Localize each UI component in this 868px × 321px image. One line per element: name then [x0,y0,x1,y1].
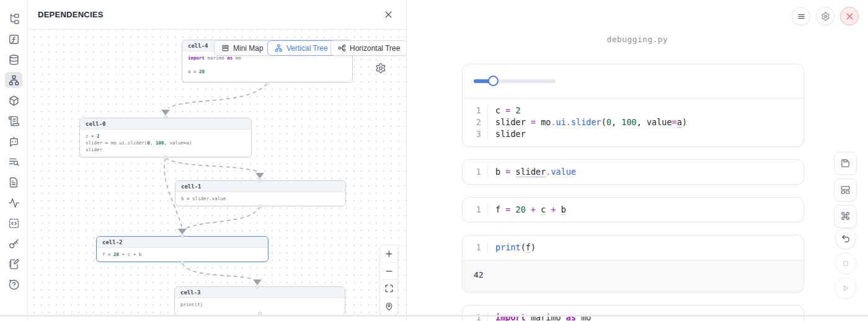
code-lines[interactable]: c = 2slider = mo.ui.slider(0, 100, value… [488,105,804,140]
notebook-pen-icon [8,258,20,270]
help-icon [8,279,20,291]
notebook-cell-3: 1print(f)42 [462,235,804,292]
list-search-icon [8,156,20,168]
graph-node-title: cell-0 [80,118,251,130]
vtree-icon [275,44,283,52]
command-icon: ⌘ [840,211,851,222]
code-lines[interactable]: b = slider.value [488,166,804,178]
sidebar-item-scratchpad[interactable] [5,256,22,272]
graph-node-code: c = 2slider = mo.ui.slider(0, 100, value… [80,130,251,157]
sidebar-item-logs[interactable] [5,154,22,170]
graph-code-line: c = 2 [86,133,246,139]
sidebar-item-dependencies[interactable] [5,72,22,88]
gear-icon [821,12,830,21]
graph-node-cell-2[interactable]: cell-2f = 20 + c + b [96,236,268,262]
graph-maximize-button[interactable] [380,280,397,297]
sidebar-item-tracing[interactable] [5,195,22,211]
dependencies-panel-header: DEPENDENCIES [28,0,406,30]
graph-connection-handle [265,82,269,86]
cell-code-editor: 1f = 20 + c + b [463,198,804,222]
sidebar-item-datasources[interactable] [5,51,22,68]
cell-code-editor: 1b = slider.value [463,160,804,184]
activity-icon [8,197,20,209]
graph-connection-handle [180,234,184,237]
key-icon [8,238,20,250]
htree-icon [338,44,346,52]
graph-view-button-label: Mini Map [233,44,264,53]
graph-view-button-horizontal-tree[interactable]: Horizontal Tree [330,40,406,56]
cell-code-editor: 12import marimo as mo [463,306,804,321]
line-numbers: 1 [463,242,488,253]
sidebar-item-documentation[interactable] [5,113,22,129]
code-lines[interactable]: f = 20 + c + b [488,204,804,216]
cell-output-slider [463,64,804,99]
slider-thumb[interactable] [488,76,498,86]
graph-node-cell-1[interactable]: cell-1b = slider.value [175,180,346,206]
menu-button[interactable] [792,7,810,25]
graph-plus-button[interactable] [380,245,397,263]
sidebar-item-help[interactable] [5,276,22,292]
menu-icon [797,12,806,21]
notebook-cells-column: 123c = 2slider = mo.ui.slider(0, 100, va… [462,64,804,321]
sidebar-item-snippets[interactable] [5,215,22,231]
functions-icon [8,33,20,45]
cell-output-console: 42 [463,260,804,292]
graph-view-button-mini-map[interactable]: Mini Map [214,40,271,56]
close-x-icon [845,12,854,21]
sidebar-item-ai-chat[interactable] [5,133,22,149]
notebook-cell-4: 12import marimo as mo [462,305,804,321]
sidebar-item-secrets[interactable] [5,235,22,252]
graph-code-line: slider [86,146,246,153]
sidebar-item-packages[interactable] [5,92,22,108]
notebook-cell-0: 123c = 2slider = mo.ui.slider(0, 100, va… [462,64,804,147]
graph-view-button-vertical-tree[interactable]: Vertical Tree [267,40,335,56]
line-number: 1 [463,242,481,253]
settings-button[interactable] [816,7,835,25]
line-numbers: 1 [463,204,488,216]
line-number: 1 [463,204,481,216]
stop-icon [841,258,851,268]
play-icon [841,283,851,293]
cell-code-editor: 1print(f) [463,235,804,260]
dependency-graph-canvas[interactable]: cell-4import marimo as mo a = 20cell-0c … [28,30,406,315]
graph-connection-handle [180,261,184,265]
graph-connection-handle [258,178,262,182]
graph-view-button-label: Vertical Tree [286,44,328,53]
keyboard-shortcuts-button[interactable]: ⌘ [834,205,857,228]
graph-minus-button[interactable] [380,263,397,280]
dep-graph-icon [8,74,20,86]
graph-connection-handle [164,156,167,159]
layout-button[interactable] [834,178,857,201]
undo-button[interactable] [835,228,856,249]
stop-all-button[interactable] [835,253,856,274]
run-all-button[interactable] [835,278,856,299]
graph-node-code: print(f) [175,298,345,312]
graph-node-code: f = 20 + c + b [97,248,268,262]
dependencies-panel: DEPENDENCIES cell-4import marimo as mo a… [28,0,407,321]
graph-view-button-label: Horizontal Tree [350,44,400,53]
plus-icon [384,249,394,258]
notebook-editor: debugging.py 123c = 2slider = mo.ui.slid… [407,0,868,321]
sidebar-item-file-tree[interactable] [5,11,22,27]
sidebar-item-functions[interactable] [5,31,22,47]
minus-icon [384,266,394,276]
graph-code-line: b = slider.value [181,195,340,202]
sidebar-item-files[interactable] [5,174,22,190]
code-lines[interactable]: print(f) [488,242,804,253]
close-panel-button[interactable] [380,7,396,23]
graph-code-line: f = 20 + c + b [102,251,262,258]
bottom-divider [0,315,868,317]
save-icon [840,158,851,169]
code-line: b = slider.value [495,166,804,178]
package-icon [8,95,20,107]
line-number: 1 [463,105,481,117]
shutdown-button[interactable] [840,7,859,25]
graph-connection-handle [255,285,259,289]
save-button[interactable] [834,152,857,175]
graph-zoom-controls [379,245,398,315]
slider-track[interactable] [474,79,556,83]
graph-node-cell-3[interactable]: cell-3print(f) [174,286,345,315]
graph-node-cell-0[interactable]: cell-0c = 2slider = mo.ui.slider(0, 100,… [79,118,252,157]
graph-locate-button[interactable] [380,297,397,315]
graph-settings-gear-icon[interactable] [375,63,386,74]
